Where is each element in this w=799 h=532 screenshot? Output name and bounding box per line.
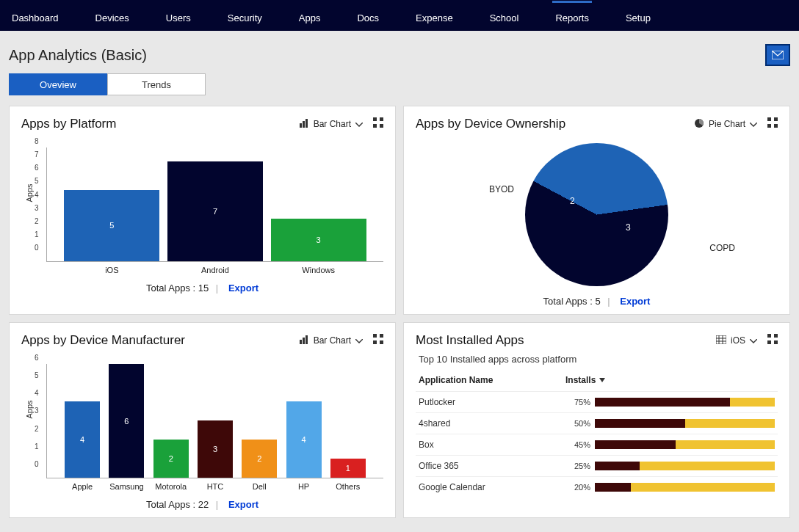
install-pct: 50% [565,419,595,428]
col-app-name[interactable]: Application Name [419,375,565,385]
chart-type-selector[interactable]: Pie Chart [694,118,757,131]
bar-category-label: iOS [105,266,118,274]
bar-category-label: Windows [302,266,335,274]
chevron-down-icon [355,119,363,129]
bar-chart-icon [299,335,309,346]
nav-dashboard[interactable]: Dashboard [9,1,62,31]
svg-rect-11 [767,124,771,128]
card-footer: Total Apps : 22 | Export [21,495,383,510]
bar[interactable]: 2 [242,440,277,478]
card-subtitle: Top 10 Installed apps across platform [419,354,778,365]
export-link[interactable]: Export [228,283,258,294]
table-header: Application Name Installs [416,369,778,391]
nav-apps[interactable]: Apps [296,1,324,31]
bar[interactable]: 6 [109,364,144,478]
bar[interactable]: 3 [198,420,233,478]
svg-rect-20 [716,335,726,344]
progress-bar [595,419,775,428]
card-footer: Total Apps : 5 | Export [416,291,778,307]
bar[interactable]: 2 [153,440,189,478]
expand-icon[interactable] [767,334,778,347]
svg-rect-3 [306,119,308,128]
chevron-down-icon [355,335,363,346]
nav-devices[interactable]: Devices [93,1,132,31]
svg-rect-19 [380,340,383,344]
bar[interactable]: 5 [64,190,159,262]
chart-type-label: Bar Chart [314,335,351,346]
bar-category-label: Samsung [109,482,143,491]
install-pct: 45% [565,440,595,449]
pie-value-copd: 3 [626,222,631,233]
col-installs[interactable]: Installs [565,375,610,385]
app-name: Box [419,440,565,450]
expand-icon[interactable] [373,117,383,131]
chevron-down-icon [750,119,757,129]
bar[interactable]: 3 [271,219,366,262]
svg-rect-25 [767,334,771,338]
pie-chart: BYOD COPD 2 3 [416,137,778,291]
tab-overview[interactable]: Oveview [9,73,107,95]
svg-rect-17 [380,334,383,338]
bar-category-label: Others [336,482,360,491]
sort-desc-icon [599,375,606,385]
page-title: App Analytics (Basic) [9,47,147,64]
bar-category-label: Android [201,266,229,274]
chevron-down-icon [750,335,757,346]
bar-chart: Apps8765432105iOS7Android3Windows [21,137,383,262]
svg-rect-2 [303,121,305,128]
bar-category-label: Dell [253,482,267,491]
card-apps-by-manufacturer: Apps by Device Manufacturer Bar Chart Ap… [9,322,396,518]
svg-rect-6 [373,124,377,128]
total-apps-label: Total Apps : 22 [146,499,209,510]
install-pct: 75% [565,398,595,407]
table-row[interactable]: Office 36525% [416,455,778,476]
bar[interactable]: 4 [286,401,322,478]
export-link[interactable]: Export [620,296,650,307]
bar-category-label: HTC [207,482,224,491]
total-apps-label: Total Apps : 5 [543,296,601,307]
chart-type-label: Pie Chart [709,119,745,129]
card-title: Apps by Platform [21,117,116,131]
bar[interactable]: 4 [65,401,100,478]
chart-type-selector[interactable]: Bar Chart [299,335,363,346]
tab-bar: Oveview Trends [0,73,799,106]
nav-security[interactable]: Security [225,1,265,31]
svg-rect-18 [373,340,377,344]
card-apps-by-platform: Apps by Platform Bar Chart Apps876543210… [9,106,396,315]
card-footer: Total Apps : 15 | Export [21,278,383,294]
bar[interactable]: 7 [167,161,263,262]
platform-filter-label: iOS [731,335,745,346]
table-row[interactable]: Putlocker75% [416,391,778,412]
table-row[interactable]: 4shared50% [416,412,778,434]
bar-chart: Apps65432104Apple6Samsung2Motorola3HTC2D… [21,354,383,478]
bar[interactable]: 1 [330,459,366,478]
email-button[interactable] [765,44,790,66]
nav-setup[interactable]: Setup [623,1,654,31]
bar-chart-icon [299,119,309,130]
table-row[interactable]: Box45% [416,434,778,455]
expand-icon[interactable] [767,117,778,131]
expand-icon[interactable] [373,334,383,347]
page-header: App Analytics (Basic) [0,31,799,73]
tab-trends[interactable]: Trends [107,73,206,95]
table-row[interactable]: Google Calendar20% [416,476,778,498]
install-pct: 20% [565,483,595,492]
progress-bar [595,398,775,407]
nav-school[interactable]: School [487,1,522,31]
svg-rect-4 [373,117,377,121]
nav-users[interactable]: Users [163,1,194,31]
svg-rect-15 [306,335,308,344]
bar-category-label: Motorola [155,482,187,491]
svg-rect-1 [300,123,302,128]
platform-filter[interactable]: iOS [716,335,757,346]
top-nav: Dashboard Devices Users Security Apps Do… [0,0,799,31]
mail-icon [772,51,784,59]
pie-label-byod: BYOD [489,184,514,194]
nav-expense[interactable]: Expense [413,1,456,31]
nav-docs[interactable]: Docs [354,1,382,31]
svg-rect-16 [373,334,377,338]
chart-type-selector[interactable]: Bar Chart [299,119,363,130]
export-link[interactable]: Export [228,499,258,510]
nav-reports[interactable]: Reports [552,1,592,31]
svg-rect-12 [774,124,778,128]
